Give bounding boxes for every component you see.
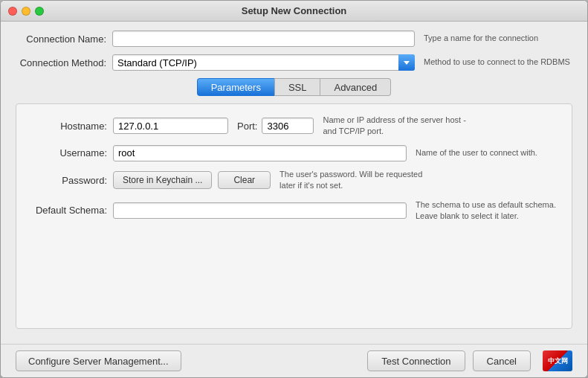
- clear-button[interactable]: Clear: [218, 171, 271, 189]
- username-hint: Name of the user to connect with.: [416, 147, 564, 158]
- default-schema-label: Default Schema:: [16, 205, 113, 216]
- watermark-text: 中文网: [548, 356, 568, 366]
- tab-ssl[interactable]: SSL: [274, 78, 321, 96]
- close-button[interactable]: [8, 7, 17, 16]
- password-row: Password: Store in Keychain ... Clear Th…: [16, 169, 564, 192]
- hostname-row: Hostname: Port: Name or IP address of th…: [16, 115, 564, 138]
- connection-name-label: Connection Name:: [16, 33, 112, 45]
- tab-advanced[interactable]: Advanced: [320, 78, 391, 96]
- window-title: Setup New Connection: [242, 5, 347, 16]
- main-window: Setup New Connection Connection Name: Ty…: [0, 0, 588, 378]
- bottom-bar: Configure Server Management... Test Conn…: [1, 344, 587, 377]
- connection-method-select[interactable]: Standard (TCP/IP) Standard (TCP/IP) with…: [112, 54, 415, 71]
- connection-method-row: Connection Method: Standard (TCP/IP) Sta…: [16, 54, 572, 71]
- default-schema-hint: The schema to use as default schema. Lea…: [416, 199, 564, 222]
- connection-method-hint: Method to use to connect to the RDBMS: [424, 57, 572, 68]
- connection-name-hint: Type a name for the connection: [424, 33, 572, 44]
- minimize-button[interactable]: [22, 7, 30, 16]
- username-label: Username:: [16, 147, 113, 158]
- password-hint: The user's password. Will be requested l…: [280, 169, 428, 192]
- hostname-input[interactable]: [113, 118, 228, 134]
- test-connection-button[interactable]: Test Connection: [367, 350, 465, 371]
- username-row: Username: Name of the user to connect wi…: [16, 145, 564, 161]
- username-input[interactable]: [113, 145, 407, 161]
- window-controls: [8, 7, 44, 16]
- store-keychain-button[interactable]: Store in Keychain ...: [113, 171, 212, 189]
- title-bar: Setup New Connection: [1, 1, 587, 22]
- connection-name-row: Connection Name: Type a name for the con…: [16, 31, 572, 47]
- tabs-row: Parameters SSL Advanced: [16, 78, 572, 96]
- content-area: Connection Name: Type a name for the con…: [1, 22, 587, 344]
- connection-method-wrapper: Standard (TCP/IP) Standard (TCP/IP) with…: [112, 54, 415, 71]
- default-schema-input[interactable]: [113, 202, 407, 219]
- parameters-panel: Hostname: Port: Name or IP address of th…: [16, 103, 572, 329]
- password-label: Password:: [16, 175, 113, 186]
- port-input[interactable]: [262, 118, 314, 134]
- default-schema-row: Default Schema: The schema to use as def…: [16, 199, 564, 222]
- hostname-label: Hostname:: [16, 121, 113, 132]
- connection-name-input[interactable]: [112, 31, 415, 47]
- watermark-badge: 中文网: [543, 350, 572, 371]
- hostname-hint: Name or IP address of the server host - …: [323, 115, 471, 138]
- maximize-button[interactable]: [35, 7, 44, 16]
- cancel-button[interactable]: Cancel: [473, 350, 531, 371]
- port-label: Port:: [237, 121, 257, 132]
- configure-server-button[interactable]: Configure Server Management...: [16, 350, 181, 371]
- bottom-right-actions: Test Connection Cancel 中文网: [367, 350, 572, 371]
- connection-method-label: Connection Method:: [16, 57, 112, 68]
- tab-parameters[interactable]: Parameters: [197, 78, 274, 96]
